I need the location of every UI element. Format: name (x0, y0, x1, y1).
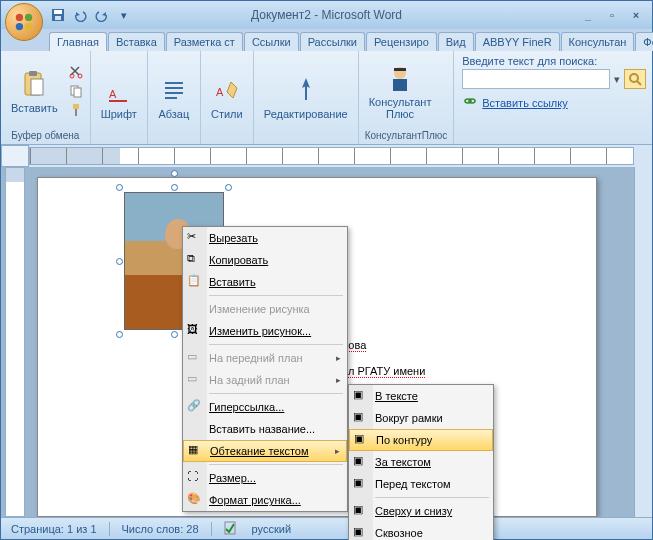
wrap-square-icon: ▣ (353, 410, 369, 426)
tab-mailings[interactable]: Рассылки (300, 32, 365, 51)
search-dropdown[interactable]: ▾ (614, 73, 620, 86)
office-button[interactable] (5, 3, 43, 41)
menu-change-pic-header: Изменение рисунка (183, 298, 347, 320)
format-painter-button[interactable] (68, 102, 84, 118)
group-styles: A Стили (201, 51, 254, 144)
quick-access-toolbar: ▾ (49, 6, 133, 24)
menu-paste[interactable]: 📋Вставить (183, 271, 347, 293)
svg-text:A: A (109, 88, 117, 100)
close-button[interactable]: × (628, 7, 644, 23)
menu-change-picture[interactable]: 🖼Изменить рисунок... (183, 320, 347, 342)
group-editing: Редактирование (254, 51, 359, 144)
send-back-icon: ▭ (187, 372, 203, 388)
wrap-square[interactable]: ▣Вокруг рамки (349, 407, 493, 429)
svg-rect-14 (73, 104, 79, 109)
wrap-top-bottom[interactable]: ▣Сверху и снизу (349, 500, 493, 522)
format-icon: 🎨 (187, 492, 203, 508)
menu-cut[interactable]: ✂Вырезать (183, 227, 347, 249)
tab-insert[interactable]: Вставка (108, 32, 165, 51)
menu-send-back: ▭На задний план▸ (183, 369, 347, 391)
search-go-button[interactable] (624, 69, 646, 89)
menu-copy[interactable]: ⧉Копировать (183, 249, 347, 271)
rotate-handle[interactable] (171, 170, 178, 177)
restore-button[interactable]: ▫ (604, 7, 620, 23)
vertical-ruler[interactable] (5, 167, 25, 517)
resize-handle[interactable] (225, 184, 232, 191)
resize-handle[interactable] (171, 331, 178, 338)
styles-label: Стили (211, 108, 243, 120)
search-input[interactable] (462, 69, 610, 89)
svg-rect-23 (305, 86, 307, 100)
svg-rect-17 (109, 100, 127, 102)
tab-layout[interactable]: Разметка ст (166, 32, 243, 51)
resize-handle[interactable] (116, 258, 123, 265)
svg-point-11 (78, 74, 82, 78)
styles-button[interactable]: A Стили (207, 72, 247, 122)
status-words[interactable]: Число слов: 28 (122, 523, 199, 535)
wrap-tight[interactable]: ▣По контуру (349, 429, 493, 451)
insert-link[interactable]: Вставить ссылку (482, 97, 567, 109)
editing-button[interactable]: Редактирование (260, 72, 352, 122)
svg-rect-15 (75, 109, 77, 116)
editing-label: Редактирование (264, 108, 348, 120)
window-controls: _ ▫ × (580, 7, 652, 23)
tab-abbyy[interactable]: ABBYY FineR (475, 32, 560, 51)
resize-handle[interactable] (116, 331, 123, 338)
save-icon (51, 8, 65, 22)
status-language[interactable]: русский (252, 523, 291, 535)
tab-review[interactable]: Рецензиро (366, 32, 437, 51)
titlebar: ▾ Документ2 - Microsoft Word _ ▫ × (1, 1, 652, 29)
paragraph-label: Абзац (158, 108, 189, 120)
menu-size[interactable]: ⛶Размер... (183, 467, 347, 489)
font-button[interactable]: A Шрифт (97, 72, 141, 122)
wrap-inline[interactable]: ▣В тексте (349, 385, 493, 407)
window-title: Документ2 - Microsoft Word (251, 8, 402, 22)
paragraph-button[interactable]: Абзац (154, 72, 194, 122)
menu-text-wrapping[interactable]: ▦Обтекание текстом▸ (183, 440, 347, 462)
copy-button[interactable] (68, 83, 84, 99)
wrap-through[interactable]: ▣Сквозное (349, 522, 493, 540)
resize-handle[interactable] (116, 184, 123, 191)
qat-customize[interactable]: ▾ (115, 6, 133, 24)
save-button[interactable] (49, 6, 67, 24)
svg-rect-8 (29, 71, 37, 76)
redo-button[interactable] (93, 6, 111, 24)
menu-hyperlink[interactable]: 🔗Гиперссылка... (183, 396, 347, 418)
tab-references[interactable]: Ссылки (244, 32, 299, 51)
svg-point-2 (16, 23, 23, 30)
redo-icon (95, 8, 109, 22)
cut-button[interactable] (68, 64, 84, 80)
tab-view[interactable]: Вид (438, 32, 474, 51)
link-icon (462, 93, 478, 109)
horizontal-ruler[interactable] (29, 147, 634, 165)
group-consultant: Консультант Плюс КонсультантПлюс (359, 51, 455, 144)
menu-format-picture[interactable]: 🎨Формат рисунка... (183, 489, 347, 511)
svg-point-30 (469, 99, 475, 103)
minimize-button[interactable]: _ (580, 7, 596, 23)
statusbar: Страница: 1 из 1 Число слов: 28 русский (1, 517, 652, 539)
wrap-behind[interactable]: ▣За текстом (349, 451, 493, 473)
svg-rect-26 (394, 68, 406, 71)
paste-button[interactable]: Вставить (7, 66, 62, 116)
group-font: A Шрифт (91, 51, 148, 144)
status-page[interactable]: Страница: 1 из 1 (11, 523, 97, 535)
ruler-area (1, 145, 652, 167)
menu-insert-caption[interactable]: Вставить название... (183, 418, 347, 440)
resize-handle[interactable] (171, 184, 178, 191)
undo-button[interactable] (71, 6, 89, 24)
tab-home[interactable]: Главная (49, 32, 107, 51)
vertical-scrollbar[interactable] (634, 167, 652, 517)
wrap-in-front[interactable]: ▣Перед текстом (349, 473, 493, 495)
paragraph-icon (158, 74, 190, 106)
font-label: Шрифт (101, 108, 137, 120)
spellcheck-icon[interactable] (224, 521, 240, 537)
bring-front-icon: ▭ (187, 350, 203, 366)
ruler-corner[interactable] (1, 145, 29, 167)
group-paragraph: Абзац (148, 51, 201, 144)
tab-format[interactable]: Формат (635, 32, 653, 51)
svg-text:A: A (216, 86, 224, 98)
tab-consultant[interactable]: Консультан (561, 32, 635, 51)
undo-icon (73, 8, 87, 22)
wrap-inline-icon: ▣ (353, 388, 369, 404)
consultant-button[interactable]: Консультант Плюс (365, 60, 436, 122)
